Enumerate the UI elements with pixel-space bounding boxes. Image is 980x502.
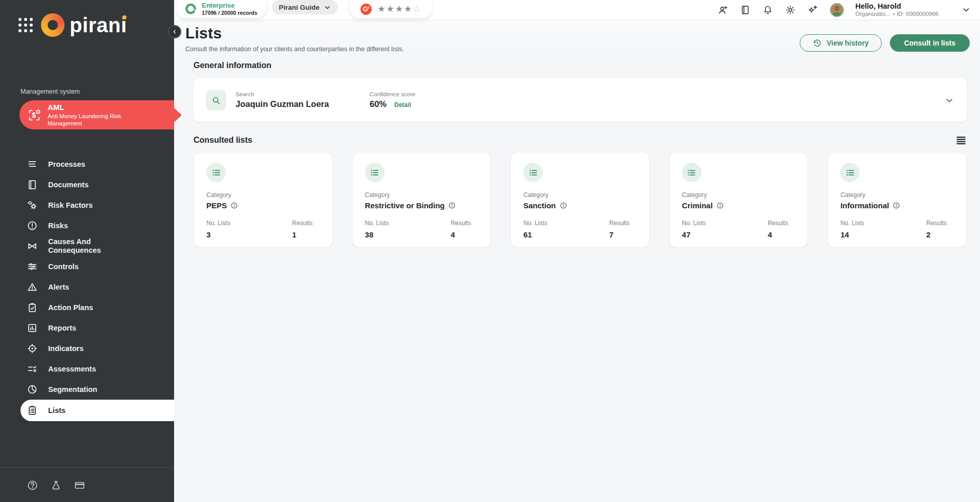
lab-flask-icon[interactable] bbox=[50, 479, 62, 491]
alerts-icon bbox=[27, 281, 38, 293]
results-value: 7 bbox=[609, 230, 637, 239]
add-user-icon[interactable] bbox=[717, 5, 728, 15]
page-subtitle: Consult the information of your clients … bbox=[185, 46, 404, 53]
sidebar-item-risks[interactable]: Risks bbox=[0, 215, 174, 236]
list-bullet-icon bbox=[523, 163, 543, 182]
notifications-bell-icon[interactable] bbox=[762, 5, 773, 15]
aml-money-icon: $ bbox=[27, 108, 41, 122]
view-history-button[interactable]: View history bbox=[800, 34, 881, 52]
segmentation-icon bbox=[27, 384, 38, 395]
search-summary-card: Search Joaquin Guzman Loera Confidence s… bbox=[194, 78, 967, 122]
risk-factors-icon bbox=[27, 200, 38, 211]
page-content: General information Search Joaquin Guzma… bbox=[174, 53, 980, 502]
info-icon[interactable] bbox=[230, 202, 238, 209]
history-icon bbox=[813, 38, 822, 48]
info-icon[interactable] bbox=[448, 202, 456, 209]
sidebar-item-risk-factors[interactable]: Risk Factors bbox=[0, 195, 174, 215]
pirani-guide-button[interactable]: Pirani Guide bbox=[272, 0, 338, 14]
sidebar-item-processes[interactable]: Processes bbox=[0, 154, 174, 174]
help-icon[interactable] bbox=[27, 479, 38, 491]
info-icon[interactable] bbox=[716, 202, 724, 209]
pirani-logo-text: pirani bbox=[70, 15, 127, 35]
plan-badge: Enterprise 17096 / 20000 records bbox=[177, 0, 266, 18]
user-avatar[interactable] bbox=[830, 3, 844, 17]
records-usage-icon bbox=[185, 3, 197, 15]
results-value: 1 bbox=[292, 230, 320, 239]
list-card-sanction[interactable]: Category Sanction No. Lists61 Results7 bbox=[510, 152, 650, 248]
logo-yellow-dot bbox=[122, 15, 126, 19]
apps-grid-icon[interactable] bbox=[18, 18, 33, 32]
lists-icon bbox=[27, 405, 38, 416]
g2-rating-badge[interactable]: G2 ★★★★☆ bbox=[350, 0, 432, 18]
sidebar-item-causes-consequences[interactable]: Causes And Consequences bbox=[0, 236, 174, 256]
search-icon bbox=[210, 95, 222, 106]
no-lists-value: 61 bbox=[523, 230, 547, 239]
management-system-label: Management system bbox=[20, 88, 174, 95]
user-menu[interactable]: Hello, Harold Organizatio... • ID: 00000… bbox=[856, 2, 939, 18]
sidebar-item-assessments[interactable]: Assessments bbox=[0, 359, 174, 379]
pirani-logo: pirani bbox=[41, 13, 127, 37]
category-name: Restrictive or Binding bbox=[365, 201, 445, 210]
sidebar-item-lists[interactable]: Lists bbox=[20, 400, 174, 421]
settings-gear-icon[interactable] bbox=[785, 5, 796, 15]
no-lists-value: 47 bbox=[682, 230, 706, 239]
list-card-criminal[interactable]: Category Criminal No. Lists47 Results4 bbox=[669, 152, 808, 248]
info-icon[interactable] bbox=[560, 202, 567, 209]
no-lists-value: 14 bbox=[840, 230, 864, 239]
assessments-icon bbox=[27, 363, 38, 375]
sidebar-collapse-button[interactable] bbox=[168, 25, 181, 38]
category-name: Informational bbox=[840, 201, 889, 210]
list-view-toggle-icon[interactable] bbox=[955, 136, 967, 145]
list-bullet-icon bbox=[365, 163, 385, 182]
results-value: 4 bbox=[451, 230, 478, 239]
controls-icon bbox=[27, 261, 38, 272]
category-name: Criminal bbox=[682, 201, 713, 210]
indicators-icon bbox=[27, 343, 38, 354]
sidebar-item-action-plans[interactable]: Action Plans bbox=[0, 297, 174, 318]
avatar-image bbox=[831, 4, 843, 16]
search-icon-box bbox=[206, 90, 226, 111]
reports-icon bbox=[27, 322, 38, 334]
user-organization: Organizatio... bbox=[856, 11, 890, 17]
no-lists-value: 3 bbox=[206, 230, 230, 239]
sidebar: pirani Management system $ AML Anti Mone… bbox=[0, 0, 174, 502]
list-bullet-icon bbox=[206, 163, 226, 182]
expand-card-chevron-icon[interactable] bbox=[944, 95, 954, 105]
sidebar-item-documents[interactable]: Documents bbox=[0, 174, 174, 195]
svg-text:$: $ bbox=[32, 111, 36, 119]
consulted-lists-grid: Category PEPS No. Lists3 Results1 Catego… bbox=[194, 152, 967, 248]
documentation-book-icon[interactable] bbox=[740, 5, 751, 15]
plan-records: 17096 / 20000 records bbox=[202, 10, 258, 16]
sidebar-item-alerts[interactable]: Alerts bbox=[0, 277, 174, 297]
sidebar-nav: Processes Documents Risk Factors Risks C… bbox=[0, 154, 174, 421]
user-greeting: Hello, Harold bbox=[856, 2, 939, 11]
list-card-restrictive[interactable]: Category Restrictive or Binding No. List… bbox=[352, 152, 492, 248]
sidebar-item-reports[interactable]: Reports bbox=[0, 318, 174, 338]
sidebar-item-segmentation[interactable]: Segmentation bbox=[0, 379, 174, 400]
ai-sparkle-icon[interactable] bbox=[807, 5, 818, 15]
sidebar-module-aml[interactable]: $ AML Anti Money Laundering Risk Managem… bbox=[19, 100, 174, 129]
billing-card-icon[interactable] bbox=[74, 479, 86, 491]
pirani-logo-mark-icon bbox=[41, 13, 65, 37]
category-name: Sanction bbox=[523, 201, 556, 210]
sidebar-item-indicators[interactable]: Indicators bbox=[0, 338, 174, 359]
topbar-right: Hello, Harold Organizatio... • ID: 00000… bbox=[717, 0, 980, 19]
confidence-detail-link[interactable]: Detail bbox=[394, 101, 411, 108]
results-value: 4 bbox=[768, 230, 795, 239]
plan-name: Enterprise bbox=[202, 2, 258, 9]
consulted-lists-heading: Consulted lists bbox=[194, 136, 252, 145]
list-card-informational[interactable]: Category Informational No. Lists14 Resul… bbox=[827, 152, 967, 248]
action-plans-icon bbox=[27, 302, 38, 313]
confidence-score-label: Confidence score bbox=[370, 91, 416, 97]
causes-consequences-icon bbox=[27, 241, 38, 252]
no-lists-value: 38 bbox=[365, 230, 389, 239]
info-icon[interactable] bbox=[892, 202, 900, 209]
list-bullet-icon bbox=[682, 163, 701, 182]
user-menu-chevron-icon[interactable] bbox=[962, 5, 971, 14]
consult-in-lists-button[interactable]: Consult in lists bbox=[890, 34, 970, 52]
chevron-left-icon bbox=[172, 29, 177, 34]
list-card-peps[interactable]: Category PEPS No. Lists3 Results1 bbox=[194, 152, 333, 248]
documents-icon bbox=[27, 179, 38, 190]
page-title: Lists bbox=[185, 25, 404, 42]
sidebar-item-controls[interactable]: Controls bbox=[0, 256, 174, 277]
